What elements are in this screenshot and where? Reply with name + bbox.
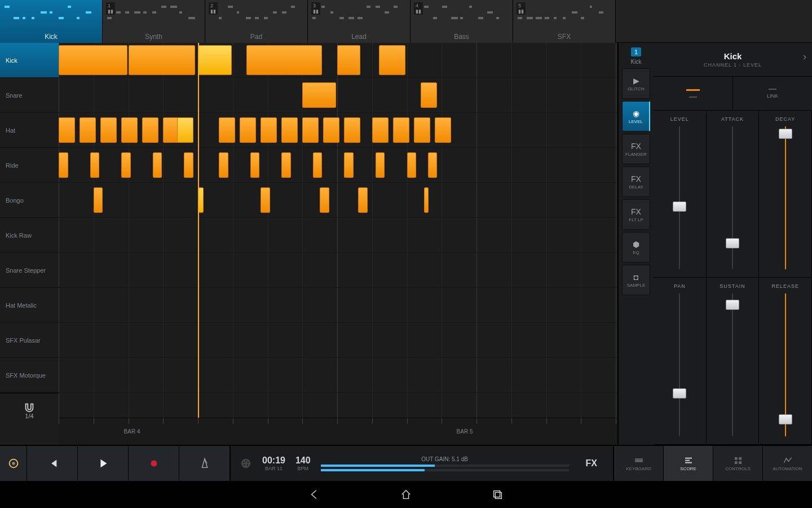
step[interactable] — [376, 152, 385, 178]
step[interactable] — [219, 117, 235, 143]
grid-row[interactable] — [59, 183, 617, 218]
step[interactable] — [414, 117, 430, 143]
snap-button[interactable]: 1/4 — [0, 393, 59, 428]
step[interactable] — [281, 152, 291, 178]
step[interactable] — [344, 117, 360, 143]
step[interactable] — [320, 187, 329, 213]
chan-btn-sample[interactable]: ◘SAMPLE — [622, 265, 650, 295]
step[interactable] — [184, 152, 193, 178]
lane-sfx-pulasar[interactable]: SFX Pulasar — [0, 323, 59, 358]
view-controls[interactable]: CONTROLS — [713, 446, 762, 481]
link-button[interactable]: LINK — [733, 77, 812, 110]
step[interactable] — [59, 117, 75, 143]
step[interactable] — [153, 152, 162, 178]
step[interactable] — [250, 152, 260, 178]
chan-btn-fx-flanger[interactable]: FXFLANGER — [622, 134, 650, 164]
step[interactable] — [59, 152, 68, 178]
slider-thumb[interactable] — [779, 414, 792, 424]
grid-row[interactable] — [59, 253, 617, 288]
slider-track[interactable] — [785, 126, 786, 269]
step[interactable] — [393, 117, 409, 143]
slider-thumb[interactable] — [673, 202, 686, 212]
metronome-button[interactable] — [179, 446, 230, 481]
step[interactable] — [337, 45, 360, 75]
view-score[interactable]: SCORE — [663, 446, 713, 481]
lane-kick[interactable]: Kick — [0, 43, 59, 78]
track-tab-lead[interactable]: 3▮▮Lead — [308, 0, 411, 43]
recents-icon[interactable] — [491, 488, 504, 501]
grid-row[interactable] — [59, 358, 617, 393]
step[interactable] — [90, 152, 100, 178]
lane-sfx-motorque[interactable]: SFX Motorque — [0, 358, 59, 393]
step[interactable] — [219, 152, 228, 178]
slider-thumb[interactable] — [726, 300, 739, 310]
rewind-button[interactable] — [27, 446, 78, 481]
lane-hat-metalic[interactable]: Hat Metalic — [0, 288, 59, 323]
timeline-ruler[interactable]: BAR 4BAR 5 — [59, 418, 617, 445]
lane-kick-raw[interactable]: Kick Raw — [0, 218, 59, 253]
step[interactable] — [59, 45, 127, 75]
grid-row[interactable] — [59, 218, 617, 253]
step[interactable] — [177, 117, 193, 143]
step[interactable] — [246, 45, 322, 75]
step[interactable] — [142, 117, 158, 143]
track-tab-kick[interactable]: Kick — [0, 0, 103, 43]
step[interactable] — [302, 82, 336, 108]
fx-button[interactable]: FX — [579, 458, 604, 468]
track-tab-bass[interactable]: 4▮▮Bass — [411, 0, 513, 43]
step[interactable] — [80, 117, 96, 143]
home-icon[interactable] — [400, 488, 412, 501]
track-tab-pad[interactable]: 2▮▮Pad — [205, 0, 308, 43]
step[interactable] — [372, 117, 389, 143]
lane-snare[interactable]: Snare — [0, 78, 59, 113]
back-icon[interactable] — [308, 488, 321, 501]
settings-button[interactable] — [0, 446, 27, 481]
step[interactable] — [428, 152, 438, 178]
chan-btn-eq[interactable]: ⬢EQ — [622, 232, 650, 262]
channel-header[interactable]: 1 Kick — [622, 46, 650, 65]
slider-track[interactable] — [679, 294, 680, 436]
out-gain-label[interactable]: OUT GAIN: 5.1 dB — [321, 456, 569, 462]
step[interactable] — [129, 45, 196, 75]
step-grid[interactable] — [59, 43, 617, 418]
play-button[interactable] — [78, 446, 129, 481]
track-tab-sfx[interactable]: 5▮▮SFX — [513, 0, 616, 43]
step[interactable] — [302, 117, 319, 143]
step[interactable] — [261, 187, 270, 213]
lane-hat[interactable]: Hat — [0, 113, 59, 148]
chan-btn-fx-fltlp[interactable]: FXFLT LP — [622, 199, 650, 230]
param-indicator[interactable] — [654, 77, 733, 110]
grid-row[interactable] — [59, 43, 617, 78]
lane-bongo[interactable]: Bongo — [0, 183, 59, 218]
grid-row[interactable] — [59, 148, 617, 183]
step[interactable] — [261, 117, 277, 143]
step[interactable] — [421, 82, 437, 108]
step[interactable] — [407, 152, 417, 178]
chan-btn-level[interactable]: ◉LEVEL — [622, 101, 650, 132]
step[interactable] — [358, 187, 368, 213]
slider-thumb[interactable] — [779, 129, 792, 139]
lane-snare-stepper[interactable]: Snare Stepper — [0, 253, 59, 288]
chan-btn-fx-delay[interactable]: FXDELAY — [622, 167, 650, 197]
step[interactable] — [323, 117, 339, 143]
track-tab-synth[interactable]: 1▮▮Synth — [103, 0, 205, 43]
bpm-display[interactable]: 140 — [295, 456, 311, 466]
step[interactable] — [240, 117, 256, 143]
step[interactable] — [121, 117, 138, 143]
midi-icon[interactable] — [240, 457, 252, 470]
grid-row[interactable] — [59, 288, 617, 323]
slider-track[interactable] — [785, 294, 786, 436]
record-button[interactable] — [129, 446, 179, 481]
slider-track[interactable] — [732, 126, 733, 269]
slider-track[interactable] — [732, 294, 733, 436]
chan-btn-glitch[interactable]: ▶GLITCH — [622, 68, 650, 99]
step[interactable] — [100, 117, 117, 143]
time-display[interactable]: 00:19 — [262, 456, 285, 466]
step[interactable] — [435, 117, 451, 143]
step[interactable] — [379, 45, 405, 75]
step[interactable] — [344, 152, 354, 178]
view-keyboard[interactable]: KEYBOARD — [614, 446, 663, 481]
grid-row[interactable] — [59, 78, 617, 113]
grid-row[interactable] — [59, 113, 617, 148]
view-automation[interactable]: AUTOMATION — [762, 446, 812, 481]
